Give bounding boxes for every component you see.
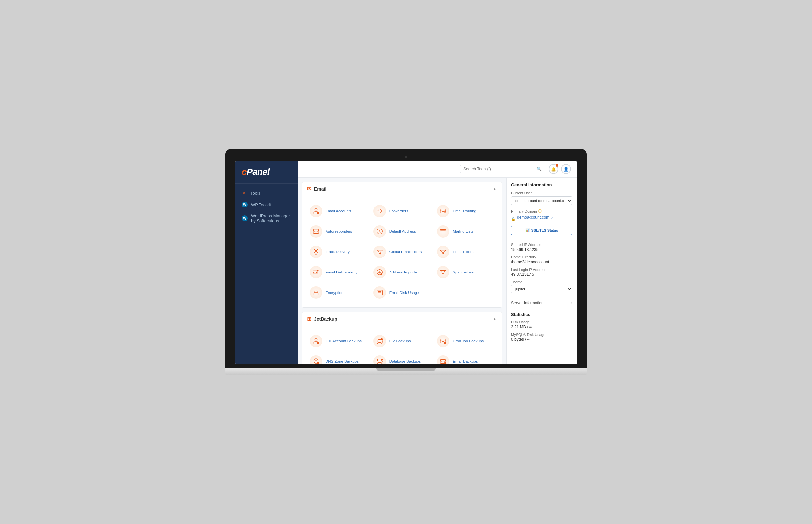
external-link-icon: ↗ bbox=[551, 216, 553, 219]
email-routing-icon bbox=[437, 205, 449, 217]
sidebar-logo: cPanel bbox=[235, 161, 297, 183]
notifications-button[interactable]: 🔔 bbox=[549, 164, 558, 174]
right-panel: General Information Current User demoacc… bbox=[506, 178, 577, 364]
email-tools-grid: Email Accounts bbox=[307, 201, 497, 302]
ssl-btn-label: SSL/TLS Status bbox=[532, 229, 558, 232]
home-dir-row: Home Directory /home2/demoaccount bbox=[511, 255, 572, 264]
home-dir-value: /home2/demoaccount bbox=[511, 260, 572, 264]
domain-link-text: demoaccount.com bbox=[517, 215, 549, 220]
tool-full-account-backups[interactable]: Full Account Backups bbox=[307, 332, 370, 351]
tool-file-backups[interactable]: File Backups bbox=[371, 332, 433, 351]
server-info-chevron: › bbox=[571, 301, 572, 305]
tool-default-address[interactable]: Default Address bbox=[371, 222, 433, 241]
search-input[interactable] bbox=[464, 167, 537, 171]
last-login-label: Last Login IP Address bbox=[511, 267, 572, 272]
mysql-row: MySQL® Disk Usage 0 bytes / ∞ bbox=[511, 332, 572, 342]
topbar: 🔍 🔔 👤 bbox=[297, 161, 577, 178]
dns-zone-backups-icon bbox=[310, 355, 322, 364]
spam-filters-label: Spam Filters bbox=[453, 270, 474, 275]
screen-bezel: cPanel ✕ Tools W WP Toolkit W bbox=[225, 149, 587, 368]
svg-point-19 bbox=[315, 360, 317, 361]
server-info-row[interactable]: Server Information › bbox=[511, 298, 572, 308]
tool-email-routing[interactable]: Email Routing bbox=[434, 201, 497, 220]
jetbackup-section-header[interactable]: ⊞ JetBackup ▲ bbox=[302, 312, 502, 326]
search-bar[interactable]: 🔍 bbox=[460, 165, 545, 173]
tool-email-filters[interactable]: Email Filters bbox=[434, 242, 497, 261]
jetbackup-section-icon: ⊞ bbox=[307, 316, 311, 322]
tool-email-backups[interactable]: Email Backups bbox=[434, 352, 497, 364]
chart-icon: 📊 bbox=[525, 228, 530, 232]
primary-domain-label: Primary Domain ⓘ bbox=[511, 209, 572, 214]
ssl-tls-button[interactable]: 📊 SSL/TLS Status bbox=[511, 226, 572, 235]
disk-usage-value: 2.21 MB / ∞ bbox=[511, 325, 572, 329]
address-importer-label: Address Importer bbox=[389, 270, 418, 275]
current-user-select[interactable]: demoaccount (demoaccount.com) bbox=[511, 196, 572, 205]
disk-usage-row: Disk Usage 2.21 MB / ∞ bbox=[511, 320, 572, 329]
email-section-chevron: ▲ bbox=[493, 187, 497, 192]
tool-encryption[interactable]: Encryption bbox=[307, 283, 370, 302]
tool-database-backups[interactable]: Database Backups bbox=[371, 352, 433, 364]
wp-icon: W bbox=[242, 201, 248, 208]
divider-1 bbox=[511, 239, 572, 239]
email-section-body: Email Accounts bbox=[302, 196, 502, 307]
svg-point-6 bbox=[379, 253, 381, 255]
stats-section: Statistics Disk Usage 2.21 MB / ∞ MySQL®… bbox=[511, 312, 572, 342]
address-importer-icon bbox=[373, 266, 386, 278]
tool-forwarders[interactable]: Forwarders bbox=[371, 201, 433, 220]
domain-link[interactable]: demoaccount.com ↗ bbox=[517, 215, 553, 220]
tool-autoresponders[interactable]: Autoresponders bbox=[307, 222, 370, 241]
tool-email-disk-usage[interactable]: Email Disk Usage bbox=[371, 283, 433, 302]
svg-rect-11 bbox=[314, 292, 318, 295]
full-account-backups-icon bbox=[310, 335, 322, 347]
disk-usage-label: Disk Usage bbox=[511, 320, 572, 324]
svg-point-9 bbox=[380, 273, 383, 275]
email-filters-label: Email Filters bbox=[453, 249, 473, 255]
sidebar-item-wpmanager[interactable]: W WordPress Manager by Softaculous bbox=[235, 211, 297, 226]
tool-global-email-filters[interactable]: Global Email Filters bbox=[371, 242, 433, 261]
tool-mailing-lists[interactable]: Mailing Lists bbox=[434, 222, 497, 241]
email-disk-usage-icon bbox=[373, 286, 386, 299]
svg-point-5 bbox=[315, 250, 317, 252]
search-icon: 🔍 bbox=[537, 167, 542, 171]
email-section-title-wrap: ✉ Email bbox=[307, 186, 326, 192]
sidebar-item-wptoolkit-label: WP Toolkit bbox=[251, 202, 271, 207]
spam-filters-icon bbox=[437, 266, 449, 278]
sidebar-item-tools[interactable]: ✕ Tools bbox=[235, 187, 297, 199]
email-backups-label: Email Backups bbox=[453, 359, 477, 364]
email-filters-icon bbox=[437, 246, 449, 258]
laptop-base bbox=[225, 368, 587, 375]
file-backups-icon bbox=[373, 335, 386, 347]
theme-row: Theme jupiter bbox=[511, 280, 572, 295]
sidebar-item-tools-label: Tools bbox=[250, 191, 260, 196]
topbar-icons: 🔔 👤 bbox=[549, 164, 571, 174]
email-section-header[interactable]: ✉ Email ▲ bbox=[302, 182, 502, 196]
tool-track-delivery[interactable]: Track Delivery bbox=[307, 242, 370, 261]
mailing-lists-icon bbox=[437, 225, 449, 238]
last-login-row: Last Login IP Address 49.37.151.45 bbox=[511, 267, 572, 277]
svg-point-22 bbox=[381, 359, 383, 361]
user-icon: 👤 bbox=[563, 167, 569, 172]
svg-point-0 bbox=[315, 209, 317, 211]
tool-cron-job-backups[interactable]: Cron Job Backups bbox=[434, 332, 497, 351]
main-panel: ✉ Email ▲ bbox=[297, 178, 506, 364]
tool-spam-filters[interactable]: Spam Filters bbox=[434, 263, 497, 282]
laptop-frame: cPanel ✕ Tools W WP Toolkit W bbox=[225, 149, 587, 375]
file-backups-label: File Backups bbox=[389, 339, 411, 344]
tool-dns-zone-backups[interactable]: DNS Zone Backups bbox=[307, 352, 370, 364]
shared-ip-row: Shared IP Address 159.69.137.235 bbox=[511, 243, 572, 252]
full-account-backups-label: Full Account Backups bbox=[326, 339, 362, 344]
tool-email-deliverability[interactable]: Email Deliverability bbox=[307, 263, 370, 282]
svg-point-13 bbox=[315, 339, 317, 341]
theme-select[interactable]: jupiter bbox=[511, 285, 572, 293]
autoresponders-icon bbox=[310, 225, 322, 238]
sidebar-item-wptoolkit[interactable]: W WP Toolkit bbox=[235, 199, 297, 211]
svg-point-18 bbox=[444, 342, 446, 344]
home-dir-label: Home Directory bbox=[511, 255, 572, 259]
user-menu-button[interactable]: 👤 bbox=[561, 164, 571, 174]
svg-point-10 bbox=[444, 271, 445, 272]
sidebar: cPanel ✕ Tools W WP Toolkit W bbox=[235, 161, 297, 364]
jetbackup-section-body: Full Account Backups bbox=[302, 326, 502, 364]
tool-email-accounts[interactable]: Email Accounts bbox=[307, 201, 370, 220]
tool-address-importer[interactable]: Address Importer bbox=[371, 263, 433, 282]
default-address-icon bbox=[373, 225, 386, 238]
